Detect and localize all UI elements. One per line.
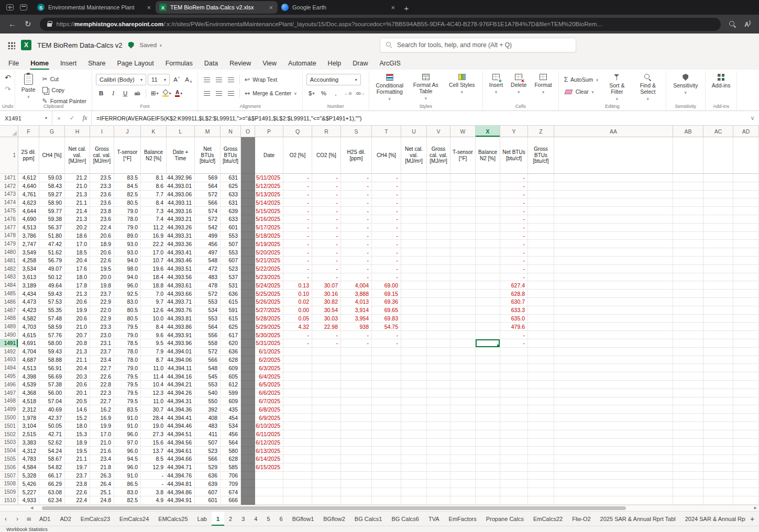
cell-X1492[interactable] bbox=[476, 348, 500, 356]
cell-O1478[interactable] bbox=[241, 232, 255, 240]
cell-J1501[interactable]: 91.0 bbox=[114, 422, 141, 430]
cell-V1473[interactable] bbox=[427, 191, 450, 199]
cell-G1487[interactable]: 55.35 bbox=[39, 306, 65, 315]
cell-L1479[interactable]: 44,393.36 bbox=[167, 240, 195, 248]
select-all-corner[interactable] bbox=[0, 126, 18, 137]
cell-M1472[interactable]: 564 bbox=[195, 182, 221, 191]
cell-K1499[interactable]: 30.7 bbox=[141, 405, 167, 414]
cell-F1508[interactable]: 5,426 bbox=[18, 480, 39, 488]
horizontal-scrollbar[interactable]: ◀ ▶ bbox=[0, 505, 759, 511]
cell-G1500[interactable]: 42.37 bbox=[39, 414, 65, 422]
cell-AC1494[interactable] bbox=[703, 364, 733, 372]
cell-V1490[interactable] bbox=[427, 331, 450, 339]
cell-Y1503[interactable] bbox=[500, 439, 528, 447]
column-header-AA[interactable]: AA bbox=[554, 126, 673, 137]
cell-V1471[interactable] bbox=[427, 174, 450, 182]
cell-L1489[interactable]: 44,393.86 bbox=[167, 323, 195, 331]
scroll-right-icon[interactable]: ▶ bbox=[754, 506, 757, 510]
cell-Y1502[interactable] bbox=[500, 430, 528, 439]
cell-AA1480[interactable] bbox=[554, 248, 673, 257]
cell-S1474[interactable]: - bbox=[341, 198, 372, 207]
cell-T1478[interactable]: - bbox=[372, 232, 401, 240]
cell-Z1474[interactable] bbox=[528, 198, 554, 207]
autosum-button[interactable]: ΣAutoSum∨ bbox=[563, 75, 600, 84]
sheet-tab-ad1[interactable]: AD1 bbox=[35, 512, 55, 526]
cell-X1485[interactable] bbox=[476, 290, 500, 298]
cell-T1487[interactable]: 69.65 bbox=[372, 306, 401, 315]
cell-T1491[interactable]: - bbox=[372, 339, 401, 348]
cell-J1505[interactable]: 94.5 bbox=[114, 455, 141, 463]
cell-G1495[interactable]: 56.69 bbox=[39, 372, 65, 381]
row-header-1480[interactable]: 1480 bbox=[0, 248, 18, 257]
cell-V1500[interactable] bbox=[427, 414, 450, 422]
cell-Z1491[interactable] bbox=[528, 339, 554, 348]
cell-F1498[interactable]: 4,518 bbox=[18, 397, 39, 406]
cell-R1503[interactable] bbox=[312, 439, 341, 447]
row-header-1483[interactable]: 1483 bbox=[0, 273, 18, 282]
cell-Q1480[interactable]: - bbox=[283, 248, 312, 257]
cell-AD1490[interactable] bbox=[733, 331, 759, 339]
cell-Z1479[interactable] bbox=[528, 240, 554, 248]
sheet-tab-emcalcs24[interactable]: EmCalcs24 bbox=[115, 512, 153, 526]
cell-M1473[interactable]: 572 bbox=[195, 191, 221, 199]
cell-V1507[interactable] bbox=[427, 472, 450, 480]
sheet-tab-bgflow1[interactable]: BGflow1 bbox=[288, 512, 319, 526]
cell-K1488[interactable]: 10.0 bbox=[141, 315, 167, 323]
cell-Z1493[interactable] bbox=[528, 356, 554, 364]
cell-Z1478[interactable] bbox=[528, 232, 554, 240]
cell-L1488[interactable]: 44,393.81 bbox=[167, 315, 195, 323]
cell-N1487[interactable]: 591 bbox=[221, 306, 241, 315]
cell-AD1492[interactable] bbox=[733, 348, 759, 356]
cell-T1484[interactable]: 69.00 bbox=[372, 281, 401, 290]
column-header-AC[interactable]: AC bbox=[703, 126, 733, 137]
cell-X1484[interactable] bbox=[476, 281, 500, 290]
cell-AC1507[interactable] bbox=[703, 472, 733, 480]
cell-AB1495[interactable] bbox=[673, 372, 703, 381]
cell-I1479[interactable]: 18.9 bbox=[90, 240, 114, 248]
cell-T1510[interactable] bbox=[372, 496, 401, 505]
cell-Q1492[interactable] bbox=[283, 348, 312, 356]
cell-AA1500[interactable] bbox=[554, 414, 673, 422]
sheet-tab-3[interactable]: 3 bbox=[237, 512, 249, 526]
cell-W1492[interactable] bbox=[450, 348, 476, 356]
cell-F1484[interactable]: 3,189 bbox=[18, 281, 39, 290]
cell-P1503[interactable]: 6/12/2025 bbox=[255, 439, 283, 447]
cell-M1490[interactable]: 556 bbox=[195, 331, 221, 339]
read-aloud-icon[interactable]: A) bbox=[744, 20, 751, 28]
cell-R1479[interactable]: - bbox=[312, 240, 341, 248]
cell-H1495[interactable]: 20.3 bbox=[65, 372, 90, 381]
cell-H1476[interactable]: 21.3 bbox=[65, 215, 90, 224]
cell-R1486[interactable]: 30.82 bbox=[312, 298, 341, 306]
cell-H1507[interactable]: 23.7 bbox=[65, 472, 90, 480]
cell-S1471[interactable]: - bbox=[341, 174, 372, 182]
cell-AB1471[interactable] bbox=[673, 174, 703, 182]
strikethrough-button[interactable]: ab bbox=[132, 88, 142, 98]
cell-AA1498[interactable] bbox=[554, 397, 673, 406]
cell-F1471[interactable]: 4,612 bbox=[18, 174, 39, 182]
row-header-1497[interactable]: 1497 bbox=[0, 389, 18, 397]
cell-R1489[interactable]: 22.98 bbox=[312, 323, 341, 331]
cell-I1499[interactable]: 16.2 bbox=[90, 405, 114, 414]
cell-AD1510[interactable] bbox=[733, 496, 759, 505]
cell-H1488[interactable]: 20.6 bbox=[65, 315, 90, 323]
cell-R1505[interactable] bbox=[312, 455, 341, 463]
column-header-G[interactable]: G bbox=[39, 126, 65, 137]
cell-G1484[interactable]: 49.64 bbox=[39, 281, 65, 290]
cell-V1493[interactable] bbox=[427, 356, 450, 364]
cell-O1509[interactable] bbox=[241, 488, 255, 496]
cell-O1487[interactable] bbox=[241, 306, 255, 315]
cell-Z1505[interactable] bbox=[528, 455, 554, 463]
cell-K1495[interactable]: 11.4 bbox=[141, 372, 167, 381]
sheet-tab-bg-calcs1[interactable]: BG Calcs1 bbox=[350, 512, 387, 526]
row-header-1482[interactable]: 1482 bbox=[0, 265, 18, 273]
undo-icon[interactable]: ↶ bbox=[5, 74, 11, 82]
cell-P1481[interactable]: 5/21/2025 bbox=[255, 257, 283, 265]
cell-S1505[interactable] bbox=[341, 455, 372, 463]
cell-AA1486[interactable] bbox=[554, 298, 673, 306]
cell-J1478[interactable]: 89.0 bbox=[114, 232, 141, 240]
cell-K1500[interactable]: 28.4 bbox=[141, 414, 167, 422]
cell-T1497[interactable] bbox=[372, 389, 401, 397]
column-header-I[interactable]: I bbox=[90, 126, 114, 137]
cell-F1510[interactable]: 4,933 bbox=[18, 496, 39, 505]
cell-K1507[interactable]: - bbox=[141, 472, 167, 480]
